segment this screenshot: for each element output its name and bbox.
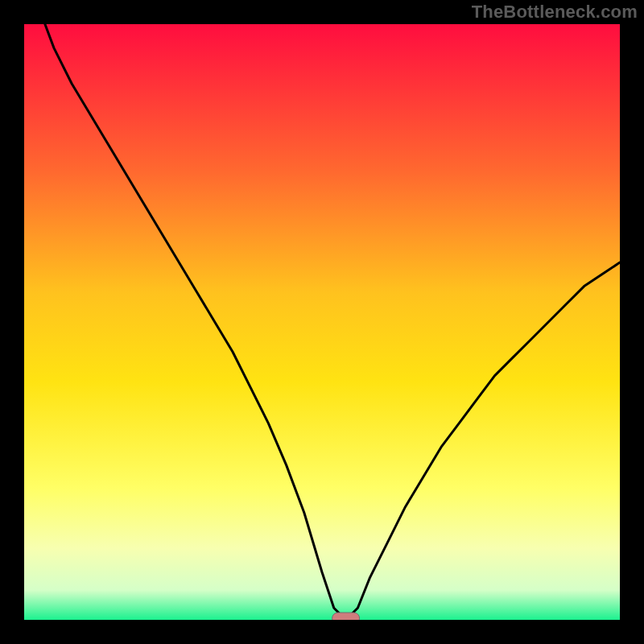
min-marker bbox=[332, 613, 360, 620]
bottleneck-chart bbox=[24, 24, 620, 620]
watermark-label: TheBottleneck.com bbox=[472, 2, 638, 23]
gradient-background bbox=[24, 24, 620, 620]
chart-frame: TheBottleneck.com bbox=[0, 0, 644, 644]
plot-area bbox=[24, 24, 620, 620]
